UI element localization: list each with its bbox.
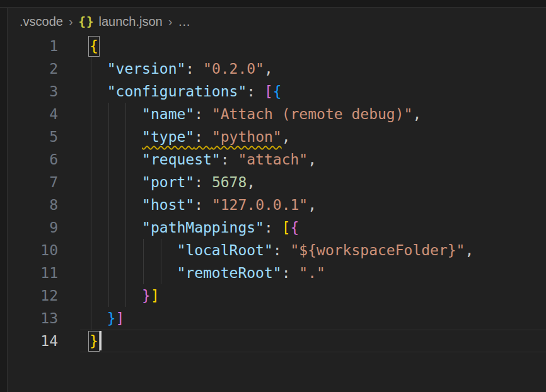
code-token xyxy=(90,151,142,168)
line-number[interactable]: 11 xyxy=(0,262,58,284)
code-token: : xyxy=(194,197,212,213)
code-token: : xyxy=(185,61,203,77)
code-token: , xyxy=(247,174,255,190)
code-token: "python" xyxy=(212,129,282,145)
code-token: "Attach (remote debug)" xyxy=(212,106,413,122)
json-braces-icon: {} xyxy=(79,14,95,28)
code-token xyxy=(90,197,142,213)
line-number[interactable]: 10 xyxy=(0,239,58,262)
code-line-text: "remoteRoot": "." xyxy=(90,262,325,284)
code-token: "name" xyxy=(142,106,194,122)
code-line-text: "configurations": [{ xyxy=(90,80,282,103)
code-token: { xyxy=(291,219,299,236)
code-line-text: "pathMappings": [{ xyxy=(90,216,299,239)
code-line[interactable]: 6 "request": "attach", xyxy=(0,148,546,171)
code-line[interactable]: 4 "name": "Attach (remote debug)", xyxy=(0,103,546,125)
code-line[interactable]: 13 }] xyxy=(0,307,546,330)
code-line-text: { xyxy=(90,35,98,57)
code-token: } xyxy=(107,310,116,326)
code-token: : xyxy=(221,151,238,168)
line-number[interactable]: 12 xyxy=(0,284,58,307)
line-number[interactable]: 8 xyxy=(0,193,58,216)
code-token: "type" xyxy=(142,129,194,145)
line-number[interactable]: 4 xyxy=(0,103,58,125)
code-token xyxy=(90,242,177,258)
breadcrumb-folder[interactable]: .vscode xyxy=(20,14,63,28)
code-token: "version" xyxy=(107,61,186,77)
matched-bracket: } xyxy=(90,333,98,349)
code-line[interactable]: 11 "remoteRoot": "." xyxy=(0,262,546,284)
code-token: "port" xyxy=(142,174,194,190)
code-token xyxy=(90,174,142,190)
code-line-text: "host": "127.0.0.1", xyxy=(90,193,317,216)
code-token: "pathMappings" xyxy=(142,219,264,236)
code-line[interactable]: 14} xyxy=(0,330,546,352)
code-token: "127.0.0.1" xyxy=(212,197,308,213)
code-line[interactable]: 1{ xyxy=(0,35,546,57)
code-token: } xyxy=(142,287,151,304)
code-line-text: "name": "Attach (remote debug)", xyxy=(90,103,421,125)
tab-bar-strip xyxy=(0,0,546,8)
vscode-window: { "breadcrumb": { "folder": ".vscode", "… xyxy=(0,0,546,392)
code-line-text: }] xyxy=(90,284,160,307)
line-number[interactable]: 3 xyxy=(0,80,58,103)
line-number[interactable]: 13 xyxy=(0,307,58,330)
code-line-text: "request": "attach", xyxy=(90,148,317,171)
code-line[interactable]: 3 "configurations": [{ xyxy=(0,80,546,103)
code-token xyxy=(90,265,177,281)
breadcrumb-file[interactable]: launch.json xyxy=(99,14,163,28)
line-number[interactable]: 9 xyxy=(0,216,58,239)
code-token: : xyxy=(194,129,212,145)
code-line-text: }] xyxy=(90,307,124,330)
code-token: : xyxy=(282,265,299,281)
chevron-right-icon: › xyxy=(69,14,73,28)
code-token xyxy=(90,219,142,236)
matched-bracket: { xyxy=(90,38,98,54)
code-token: "localRoot" xyxy=(177,242,272,258)
code-token: , xyxy=(282,129,291,145)
code-token xyxy=(90,83,107,100)
code-token: [ xyxy=(282,219,291,236)
code-token: "configurations" xyxy=(107,83,247,100)
line-number[interactable]: 7 xyxy=(0,171,58,193)
code-token xyxy=(90,61,107,77)
code-token: "0.2.0" xyxy=(203,61,264,77)
chevron-right-icon: › xyxy=(168,14,173,28)
code-token xyxy=(90,106,142,122)
breadcrumb-symbol[interactable]: … xyxy=(178,14,190,28)
code-line[interactable]: 5 "type": "python", xyxy=(0,125,546,148)
code-token: , xyxy=(308,151,317,168)
line-number[interactable]: 2 xyxy=(0,57,58,80)
text-cursor xyxy=(99,331,102,350)
code-token: "." xyxy=(299,265,325,281)
code-token: , xyxy=(465,242,473,258)
code-line[interactable]: 9 "pathMappings": [{ xyxy=(0,216,546,239)
code-line[interactable]: 2 "version": "0.2.0", xyxy=(0,57,546,80)
code-token: : xyxy=(273,242,291,258)
line-number[interactable]: 1 xyxy=(0,35,58,57)
code-token: "${workspaceFolder}" xyxy=(291,242,465,258)
code-token: ] xyxy=(116,310,125,326)
line-number[interactable]: 5 xyxy=(0,125,58,148)
line-number[interactable]: 6 xyxy=(0,148,58,171)
code-token: : xyxy=(194,174,212,190)
code-token: , xyxy=(308,197,317,213)
code-token: , xyxy=(412,106,421,122)
code-token: : xyxy=(247,83,264,100)
code-token xyxy=(90,287,142,304)
code-line[interactable]: 8 "host": "127.0.0.1", xyxy=(0,193,546,216)
breadcrumb: .vscode›{}launch.json›… xyxy=(20,8,190,35)
code-line[interactable]: 12 }] xyxy=(0,284,546,307)
code-token: { xyxy=(273,83,282,100)
code-line[interactable]: 10 "localRoot": "${workspaceFolder}", xyxy=(0,239,546,262)
code-token: "remoteRoot" xyxy=(177,265,281,281)
code-line[interactable]: 7 "port": 5678, xyxy=(0,171,546,193)
code-token: 5678 xyxy=(212,174,247,190)
code-token: [ xyxy=(264,83,273,100)
code-token: , xyxy=(264,61,273,77)
code-token xyxy=(90,129,142,145)
line-number[interactable]: 14 xyxy=(0,330,58,352)
code-token: "attach" xyxy=(238,151,308,168)
code-line-text: "type": "python", xyxy=(90,125,291,148)
code-editor[interactable]: 1{2 "version": "0.2.0",3 "configurations… xyxy=(0,35,546,392)
